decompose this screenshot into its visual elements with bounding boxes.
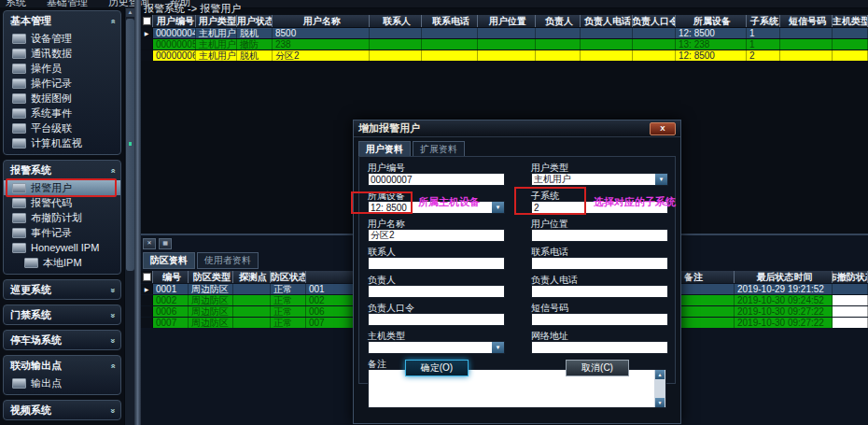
tab-active[interactable]: 防区资料 (143, 252, 195, 269)
scroll-up-icon[interactable]: ▲ (126, 8, 134, 17)
expand-icon[interactable]: » (108, 288, 116, 292)
cell: 238 (273, 39, 370, 50)
expand-icon[interactable]: » (108, 313, 116, 318)
sidebar-section-header[interactable]: 门禁系统» (4, 305, 120, 324)
scroll-down-icon[interactable]: ▼ (655, 398, 665, 407)
item-icon (12, 198, 26, 208)
user-name-input[interactable] (368, 229, 505, 242)
column-header[interactable]: 防区类型 (189, 271, 233, 283)
sidebar-item[interactable]: 平台级联 (4, 120, 120, 135)
chevron-down-icon[interactable]: ▼ (655, 174, 667, 185)
cell: 00000004 (153, 28, 196, 38)
contact-phone-field-block: 联系电话 (531, 247, 668, 271)
checkbox[interactable] (143, 273, 151, 281)
column-header[interactable]: 防区状态 (271, 271, 306, 283)
sidebar-section-header[interactable]: 巡更系统» (4, 280, 120, 299)
sidebar-section-header[interactable]: 视频系统» (4, 401, 120, 419)
sidebar-item[interactable]: 报警代码 (4, 195, 120, 210)
manager-field-block: 负责人 (368, 275, 505, 299)
sidebar-item[interactable]: 本地IPM (4, 255, 120, 270)
cell (780, 39, 833, 50)
column-header[interactable]: 用户名称 (273, 15, 370, 27)
ok-button[interactable]: 确定(O) (405, 360, 469, 376)
sidebar-section: 联动输出点»输出点 (3, 355, 121, 395)
sidebar-section-header[interactable]: 联动输出点» (4, 356, 120, 375)
column-header[interactable]: 子系统 (747, 15, 780, 27)
column-header[interactable]: 最后状态时间 (735, 271, 833, 283)
sidebar-item[interactable]: 事件记录 (4, 225, 120, 240)
tab-inactive[interactable]: 使用者资料 (197, 252, 259, 269)
sidebar-item[interactable]: 通讯数据 (4, 46, 120, 61)
sidebar: 基本管理»设备管理通讯数据操作员操作记录数据图例系统事件平台级联计算机监视报警系… (0, 7, 124, 425)
item-icon (12, 228, 26, 238)
sidebar-item[interactable]: 操作记录 (4, 76, 120, 91)
sidebar-item[interactable]: 操作员 (4, 61, 120, 76)
column-header[interactable]: 负责人口令 (633, 15, 676, 27)
device-input[interactable] (368, 201, 505, 214)
scrollbar-thumb[interactable] (126, 19, 134, 271)
user-id-input[interactable] (368, 173, 505, 186)
close-icon[interactable]: X (650, 122, 676, 135)
sidebar-item[interactable]: 系统事件 (4, 106, 120, 120)
sidebar-item[interactable]: 输出点 (4, 375, 120, 390)
subsystem-input[interactable] (531, 201, 668, 214)
column-header[interactable]: 探测点 (233, 271, 271, 283)
table-row[interactable]: ▶00000004主机用户脱机850012: 85001 (141, 28, 868, 38)
column-header[interactable]: 编号 (153, 271, 189, 283)
sms-number-input[interactable] (531, 313, 668, 326)
user-type-input[interactable] (531, 173, 668, 186)
manager-phone-input[interactable] (531, 285, 668, 298)
column-header[interactable]: 负责人 (536, 15, 581, 27)
table-row[interactable]: 00000006主机用户脱机分区212: 85002 (141, 50, 868, 61)
chevron-down-icon[interactable]: ▼ (492, 342, 504, 353)
user-location-input[interactable] (531, 229, 668, 242)
column-header[interactable]: 用户位置 (478, 15, 536, 27)
dialog-titlebar[interactable]: 增加报警用户 X (354, 120, 680, 137)
manager-password-input[interactable] (368, 313, 505, 326)
cancel-button[interactable]: 取消(C) (566, 360, 629, 376)
column-header[interactable]: 用户类型 (196, 15, 237, 27)
column-header[interactable]: 负责人电话 (581, 15, 633, 27)
manager-input[interactable] (368, 285, 505, 298)
column-header[interactable]: 布撤防状态 (833, 271, 868, 283)
sidebar-item[interactable]: 数据图例 (4, 91, 120, 106)
sidebar-section-header[interactable]: 报警系统» (4, 161, 120, 179)
panel-close-icon[interactable]: ✕ (143, 238, 156, 249)
sidebar-item[interactable]: 计算机监视 (4, 135, 120, 150)
column-header[interactable]: 用户编号 (153, 15, 196, 27)
cell: 正常 (271, 306, 306, 317)
sidebar-item-label: 操作记录 (31, 77, 72, 91)
chevron-down-icon[interactable]: ▼ (492, 202, 504, 213)
column-header[interactable]: 联系人 (370, 15, 422, 27)
cell (536, 28, 581, 38)
sidebar-section-header[interactable]: 停车场系统» (4, 331, 120, 349)
sidebar-item-label: 计算机监视 (31, 136, 82, 150)
sidebar-item[interactable]: 报警用户 (4, 180, 120, 195)
splitter[interactable] (134, 0, 141, 425)
collapse-icon[interactable]: » (108, 19, 116, 23)
table-row[interactable]: 00000005主机用户撤防23813: 2381 (141, 39, 868, 50)
column-header[interactable]: 联系电话 (422, 15, 478, 27)
sidebar-item[interactable]: Honeywell IPM (4, 240, 120, 255)
column-header[interactable]: 主机类型 (833, 15, 868, 27)
sidebar-section-header[interactable]: 基本管理» (4, 11, 120, 30)
cell (233, 284, 271, 294)
checkbox[interactable] (143, 17, 151, 25)
column-header[interactable]: 用户状态 (237, 15, 273, 27)
cell: 2019-10-30 09:27:22 (735, 306, 833, 317)
column-header[interactable]: 所属设备 (676, 15, 747, 27)
expand-icon[interactable]: » (108, 338, 116, 343)
collapse-icon[interactable]: » (108, 363, 116, 368)
contact-phone-input[interactable] (531, 257, 668, 270)
sidebar-item[interactable]: 布撤防计划 (4, 210, 120, 225)
sidebar-item-label: 布撤防计划 (31, 211, 82, 225)
network-address-input[interactable] (531, 341, 668, 354)
panel-grid-icon[interactable]: ▦ (159, 238, 172, 249)
column-header[interactable]: 短信号码 (780, 15, 833, 27)
contact-input[interactable] (368, 257, 505, 270)
sidebar-item[interactable]: 设备管理 (4, 31, 120, 46)
expand-icon[interactable]: » (108, 408, 116, 413)
host-type-input[interactable] (368, 341, 505, 354)
collapse-icon[interactable]: » (108, 168, 116, 173)
dialog-title: 增加报警用户 (358, 121, 420, 135)
